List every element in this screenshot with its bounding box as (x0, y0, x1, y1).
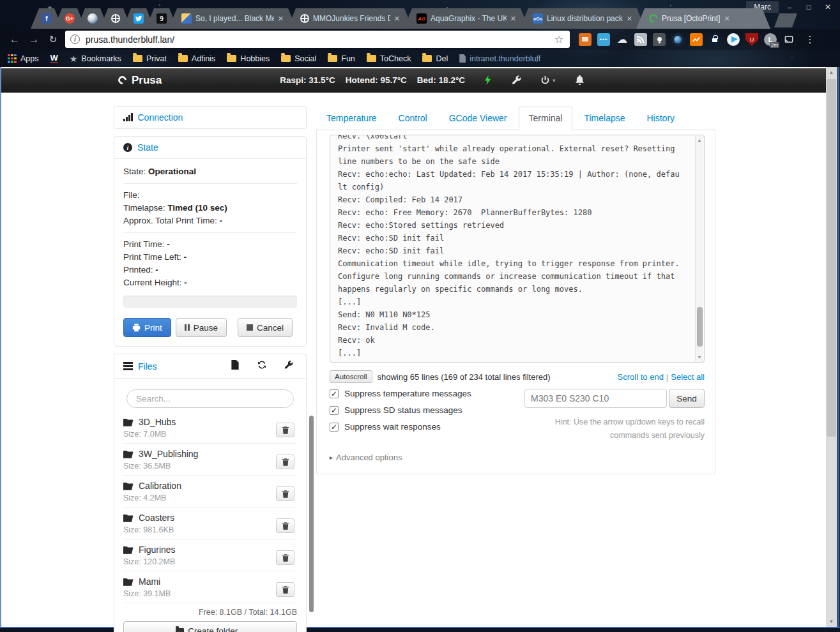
delete-folder-button[interactable] (276, 486, 294, 501)
checkbox-checked-icon[interactable]: ✓ (330, 389, 339, 398)
bookmark-wikipedia[interactable]: W (50, 54, 58, 63)
url-input[interactable]: prusa.thunderbluff.lan/ (86, 34, 553, 45)
settings-wrench-icon[interactable] (512, 75, 521, 85)
command-input[interactable] (524, 389, 667, 408)
stop-icon (247, 324, 253, 331)
prusa-logo-icon (116, 74, 128, 86)
bookmark-folder-social[interactable]: Social (281, 54, 316, 63)
tab-temperature[interactable]: Temperature (316, 107, 387, 130)
page-scrollbar[interactable]: ▲ ▼ (826, 67, 837, 627)
hide-gcode-icon[interactable] (231, 360, 240, 372)
tab-linux-distribution[interactable]: oOo Linux distribution pack ✕ (520, 8, 645, 29)
terminal-scroll-thumb[interactable] (697, 307, 703, 347)
scrollbar-down-icon[interactable]: ▼ (826, 616, 837, 627)
back-icon[interactable]: ← (5, 33, 24, 46)
print-button[interactable]: Print (123, 318, 171, 337)
bookmark-star-icon[interactable]: ☆ (553, 33, 565, 45)
reload-icon[interactable]: ↻ (43, 34, 63, 45)
pause-button[interactable]: Pause (176, 318, 227, 337)
tab-history[interactable]: History (637, 107, 685, 130)
folder-row-figurines[interactable]: Figurines Size: 120.2MB (123, 539, 297, 571)
tv-extension-icon[interactable] (579, 33, 592, 46)
tab-timelapse[interactable]: Timelapse (574, 107, 635, 130)
cancel-button[interactable]: Cancel (238, 318, 293, 337)
files-scrollbar-thumb[interactable] (309, 416, 314, 612)
autoscroll-button[interactable]: Autoscroll (330, 370, 372, 383)
tab-terminal[interactable]: Terminal (519, 107, 573, 130)
delete-folder-button[interactable] (276, 518, 294, 533)
power-plugin-icon[interactable] (483, 75, 493, 85)
suppress-wait-checkbox[interactable]: ✓ Suppress wait responses (330, 422, 524, 432)
advanced-options-toggle[interactable]: ▸ Advanced options (330, 453, 705, 462)
new-tab-button[interactable] (774, 13, 797, 27)
refresh-icon[interactable] (257, 360, 266, 372)
tab-aquagraphix[interactable]: AG AquaGraphix - The UK ✕ (404, 8, 529, 29)
delete-folder-button[interactable] (276, 582, 294, 597)
lock-extension-icon[interactable] (708, 33, 721, 46)
scrollbar-thumb[interactable] (827, 79, 836, 437)
scroll-to-end-link[interactable]: Scroll to end (618, 372, 664, 382)
terminal-scroll-down-icon[interactable]: ▼ (696, 355, 703, 359)
connection-header[interactable]: Connection (114, 107, 306, 128)
terminal-scroll-up-icon[interactable]: ▲ (696, 138, 703, 142)
delete-folder-button[interactable] (276, 550, 294, 565)
rss-extension-icon[interactable] (634, 33, 647, 46)
files-header[interactable]: Files (114, 354, 306, 378)
apps-shortcut[interactable]: Apps (8, 54, 39, 63)
tab-control[interactable]: Control (388, 107, 438, 130)
tab-prusa-octoprint[interactable]: Prusa [OctoPrint] ✕ (636, 8, 770, 29)
scrollbar-up-icon[interactable]: ▲ (826, 67, 837, 78)
tab-close-icon[interactable]: ✕ (627, 15, 632, 23)
globe-extension-icon[interactable] (671, 33, 684, 46)
suppress-temperature-checkbox[interactable]: ✓ Suppress temperature messages (330, 389, 524, 398)
bookmark-folder-adfinis[interactable]: Adfinis (178, 54, 216, 63)
folder-row-3w-publishing[interactable]: 3W_Publishing Size: 36.5MB (123, 444, 297, 476)
brand[interactable]: Prusa (118, 74, 162, 87)
tab-close-icon[interactable]: ✕ (510, 15, 516, 23)
folder-row-coasters[interactable]: Coasters Size: 981.6KB (123, 508, 297, 539)
cloud-extension-icon[interactable]: ☁ (616, 33, 629, 46)
files-search-input[interactable] (126, 389, 294, 408)
select-all-link[interactable]: Select all (671, 372, 705, 382)
telegram-extension-icon[interactable] (727, 33, 740, 46)
open-folder-icon (123, 514, 134, 522)
tab-close-icon[interactable]: ✕ (278, 15, 284, 23)
bookmarks-menu[interactable]: ★ Bookmarks (70, 54, 121, 64)
bookmark-folder-del[interactable]: Del (422, 54, 448, 63)
chat-extension-icon[interactable]: ••• (597, 33, 610, 46)
bookmark-folder-fun[interactable]: Fun (328, 54, 355, 63)
chart-extension-icon[interactable] (690, 33, 703, 46)
create-folder-button[interactable]: Create folder... (123, 621, 297, 632)
send-button[interactable]: Send (669, 389, 705, 408)
tab-close-icon[interactable]: ✕ (394, 15, 400, 23)
delete-folder-button[interactable] (276, 423, 294, 437)
tab-gcode-viewer[interactable]: GCode Viewer (439, 107, 517, 130)
bookmark-intranet[interactable]: intranet.thunderbluff (459, 54, 540, 63)
files-settings-wrench-icon[interactable] (284, 360, 293, 372)
ublock-shield-icon[interactable]: U (745, 33, 758, 46)
power-menu-icon[interactable]: ▾ (540, 75, 556, 85)
folder-row-mami[interactable]: Mami Size: 39.1MB (123, 571, 297, 603)
lightbulb-extension-icon[interactable] (653, 33, 666, 46)
tab-mmojunkies[interactable]: MMOJunkies Friends D ✕ (287, 8, 413, 29)
bookmark-folder-hobbies[interactable]: Hobbies (227, 54, 270, 63)
state-header[interactable]: i State (114, 137, 306, 158)
url-box[interactable]: i prusa.thunderbluff.lan/ ☆ (65, 31, 570, 48)
tab-black-mesa[interactable]: So, I played... Black Me ✕ (169, 8, 296, 29)
site-info-icon[interactable]: i (70, 34, 80, 44)
checkbox-checked-icon[interactable]: ✓ (330, 423, 339, 432)
folder-row-3d-hubs[interactable]: 3D_Hubs Size: 7.0MB (123, 412, 297, 444)
cast-extension-icon[interactable] (783, 33, 795, 46)
suppress-sd-status-checkbox[interactable]: ✓ Suppress SD status messages (330, 405, 524, 415)
forward-icon[interactable]: → (24, 33, 43, 46)
tab-close-icon[interactable]: ✕ (724, 15, 729, 23)
delete-folder-button[interactable] (276, 455, 294, 469)
checkbox-checked-icon[interactable]: ✓ (330, 406, 339, 415)
lastpass-extension-icon[interactable]: L2m (764, 33, 777, 46)
notifications-bell-icon[interactable] (575, 75, 584, 85)
bookmark-folder-tocheck[interactable]: ToCheck (367, 54, 411, 63)
terminal-scrollbar[interactable]: ▲ ▼ (695, 136, 703, 361)
bookmark-folder-privat[interactable]: Privat (133, 54, 167, 63)
folder-row-calibration[interactable]: Calibration Size: 4.2MB (123, 476, 297, 508)
chrome-menu-icon[interactable]: ⋮ (805, 34, 815, 45)
